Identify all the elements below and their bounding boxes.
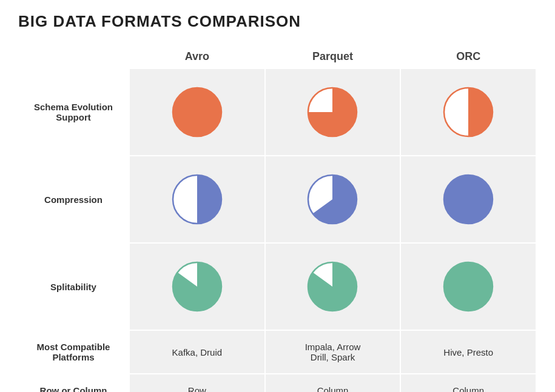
row-label-4: Row or Column xyxy=(18,374,129,392)
cell-r3-c0: Kafka, Druid xyxy=(129,330,265,374)
page-title: BIG DATA FORMATS COMPARISON xyxy=(18,12,537,31)
cell-r4-c2: Column xyxy=(400,374,536,392)
svg-point-7 xyxy=(444,175,493,224)
cell-r3-c1: Impala, ArrowDrill, Spark xyxy=(265,330,401,374)
cell-r1-c2 xyxy=(400,156,536,243)
pie-container-r1-c0 xyxy=(140,164,255,235)
cell-r0-c1 xyxy=(265,68,401,156)
cell-r0-c2 xyxy=(400,68,536,156)
cell-r1-c0 xyxy=(129,156,265,243)
cell-r4-c0: Row xyxy=(129,374,265,392)
pie-container-r2-c1 xyxy=(275,251,391,322)
pie-container-r2-c0 xyxy=(140,251,255,322)
row-label-2: Splitability xyxy=(18,243,129,330)
page: BIG DATA FORMATS COMPARISON Avro Parquet… xyxy=(18,12,537,392)
table-row: Splitability xyxy=(18,243,536,330)
empty-header xyxy=(18,43,129,68)
table-row: Most CompatiblePlatformsKafka, DruidImpa… xyxy=(18,330,536,374)
pie-container-r2-c2 xyxy=(411,251,526,322)
pie-container-r1-c2 xyxy=(411,164,526,235)
col-header-orc: ORC xyxy=(400,43,536,68)
svg-point-11 xyxy=(444,262,493,311)
cell-r4-c1: Column xyxy=(265,374,401,392)
comparison-table: Avro Parquet ORC Schema EvolutionSupport… xyxy=(18,43,537,392)
row-label-3: Most CompatiblePlatforms xyxy=(18,330,129,374)
pie-container-r0-c0 xyxy=(140,76,255,148)
pie-container-r0-c2 xyxy=(411,76,526,148)
cell-r1-c1 xyxy=(265,156,401,243)
table-row: Row or ColumnRowColumnColumn xyxy=(18,374,536,392)
cell-r2-c2 xyxy=(400,243,536,330)
pie-container-r1-c1 xyxy=(275,164,391,235)
row-label-0: Schema EvolutionSupport xyxy=(18,68,129,156)
cell-r0-c0 xyxy=(129,68,265,156)
col-header-avro: Avro xyxy=(129,43,265,68)
table-wrapper: Avro Parquet ORC Schema EvolutionSupport… xyxy=(18,43,537,392)
cell-r3-c2: Hive, Presto xyxy=(400,330,536,374)
cell-r2-c1 xyxy=(265,243,401,330)
pie-container-r0-c1 xyxy=(275,76,391,148)
table-row: Compression xyxy=(18,156,536,243)
table-row: Schema EvolutionSupport xyxy=(18,68,536,156)
col-header-parquet: Parquet xyxy=(265,43,401,68)
cell-r2-c0 xyxy=(129,243,265,330)
svg-point-1 xyxy=(173,88,221,136)
row-label-1: Compression xyxy=(18,156,129,243)
